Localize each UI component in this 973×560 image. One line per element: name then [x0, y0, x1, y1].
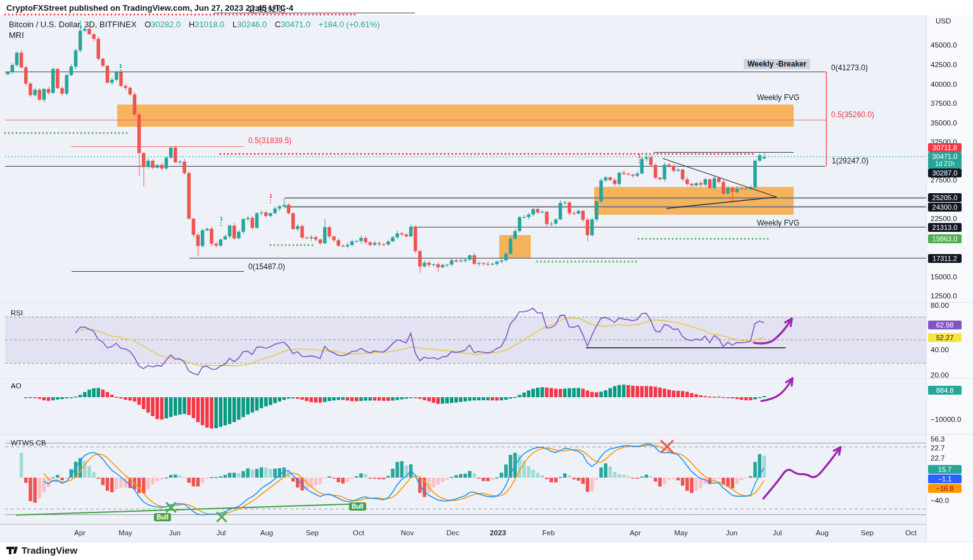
- price-badge: 30287.0: [928, 169, 962, 177]
- rsi-tick: 80.00: [931, 302, 949, 309]
- time-axis-label: Apr: [74, 529, 86, 537]
- time-axis-label: Feb: [542, 529, 555, 537]
- tradingview-chart-screenshot: { "header": {"published": "CryptoFXStree…: [0, 0, 973, 560]
- fib-0-15487-label: 0(15487.0): [248, 262, 285, 271]
- price-tick: 15000.0: [931, 273, 957, 281]
- ao-panel-title[interactable]: AO: [11, 382, 22, 390]
- symbol-legend[interactable]: Bitcoin / U.S. Dollar, 3D, BITFINEX O302…: [9, 20, 380, 29]
- time-axis-label: Sep: [861, 529, 874, 537]
- wt-badge: −1.1: [928, 474, 962, 483]
- bull-badge: Bull: [154, 513, 171, 521]
- ohlc-low-value: 30246.0: [237, 20, 267, 29]
- price-tick: 37500.0: [931, 99, 957, 107]
- time-axis-label: Sep: [306, 529, 319, 537]
- weekly-fvg-lower-label: Weekly FVG: [757, 219, 799, 227]
- ohlc-close-value: 30471.0: [281, 20, 310, 29]
- time-axis-label: Oct: [353, 529, 364, 537]
- wt-tick: 22.7: [931, 444, 944, 452]
- indicator-legend-mri[interactable]: MRI: [9, 30, 24, 40]
- wt-tick: 56.3: [931, 435, 944, 443]
- time-axis-label: Nov: [401, 529, 414, 537]
- time-axis-label: May: [118, 529, 132, 537]
- price-badge: 30711.8: [928, 143, 962, 152]
- time-axis-label: Apr: [630, 529, 641, 537]
- wtws-panel-title[interactable]: WTWS CB: [11, 439, 46, 447]
- weekly-fvg-upper-label: Weekly FVG: [757, 93, 799, 102]
- rsi-panel-title[interactable]: RSI: [11, 309, 23, 317]
- price-badge: 25205.0: [928, 193, 962, 202]
- wt-tick: 22.7: [931, 454, 944, 462]
- countdown-timer: 1d 21h: [928, 160, 962, 168]
- ohlc-close-key: C: [275, 20, 281, 29]
- ohlc-open-key: O: [144, 20, 151, 29]
- ao-badge: 884.8: [928, 386, 962, 395]
- fib-1-top-label: 1(48192.0): [248, 5, 285, 14]
- rsi-tick: 20.00: [931, 371, 949, 379]
- rsi-tick: 40.00: [931, 346, 949, 353]
- wt-tick: −40.0: [931, 497, 949, 504]
- time-axis-label: 2023: [490, 529, 506, 537]
- time-axis-label: Dec: [447, 529, 459, 537]
- price-axis-currency: USD: [936, 17, 951, 25]
- time-axis-label: Aug: [260, 529, 273, 537]
- price-badge: 17311.2: [928, 254, 962, 263]
- ohlc-high-value: 31018.0: [194, 20, 224, 29]
- fib-05-35260-label: 0.5(35260.0): [831, 110, 874, 119]
- price-tick: 42500.0: [931, 61, 957, 68]
- time-axis-label: Jul: [217, 529, 226, 537]
- price-tick: 12500.0: [931, 292, 957, 300]
- rsi-badge: 52.27: [928, 333, 962, 342]
- time-axis-label: Oct: [905, 529, 917, 537]
- bull-badge: Bull: [349, 502, 366, 511]
- price-tick: 22500.0: [931, 215, 957, 222]
- price-tick: 35000.0: [931, 119, 957, 127]
- symbol-title: Bitcoin / U.S. Dollar, 3D, BITFINEX: [9, 20, 137, 29]
- price-badge: 21313.0: [928, 223, 962, 232]
- tradingview-brand[interactable]: TradingView: [22, 545, 77, 556]
- price-badge: 24300.0: [928, 203, 962, 212]
- ohlc-open-value: 30282.0: [151, 20, 181, 29]
- change-value: +184.0 (+0.61%): [319, 20, 380, 29]
- time-axis-label: Jul: [773, 529, 782, 537]
- wt-badge: 15.7: [928, 465, 962, 474]
- chart-canvas[interactable]: [0, 0, 973, 560]
- price-badge: 30471.01d 21h: [928, 152, 962, 169]
- price-tick: 45000.0: [931, 41, 957, 49]
- wt-badge: −16.8: [928, 484, 962, 493]
- fib-1-29247-label: 1(29247.0): [832, 156, 868, 165]
- price-badge: 19863.0: [928, 234, 962, 243]
- rsi-badge: 62.98: [928, 321, 962, 329]
- fib-0-41273-label: 0(41273.0): [831, 63, 868, 72]
- ao-tick: −10000.0: [931, 416, 961, 423]
- time-axis-label: Aug: [816, 529, 829, 537]
- fib-05-31839-label: 0.5(31839.5): [248, 136, 291, 145]
- time-axis-label: Jun: [169, 529, 181, 537]
- time-axis-label: Jun: [726, 529, 738, 537]
- weekly-breaker-label: Weekly -Breaker: [744, 59, 810, 69]
- time-axis-label: May: [674, 529, 688, 537]
- ohlc-high-key: H: [189, 20, 194, 29]
- price-tick: 40000.0: [931, 80, 957, 88]
